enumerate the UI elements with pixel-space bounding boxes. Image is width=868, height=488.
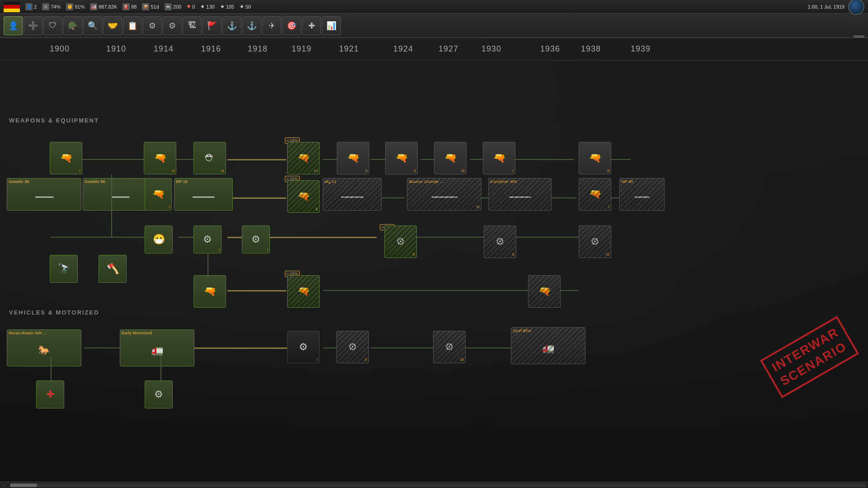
tech-node-mp18-small[interactable]: 🔫 I xyxy=(145,178,172,211)
toolbar-handshake-btn[interactable]: 🤝 xyxy=(103,16,122,35)
year-1919: 1919 xyxy=(292,44,311,54)
tech-node-horse-drawn[interactable]: Horse-drawn Veh ... 🐎 xyxy=(7,329,81,366)
tech-node-early-motorized[interactable]: Early Motorized 🚛 xyxy=(120,329,194,366)
fuel-stat: ⛽ 88 xyxy=(123,3,137,10)
toolbar-logistics-btn[interactable]: 📋 xyxy=(123,16,142,35)
tech-node-gewehr88[interactable]: Gewehr 88 ━━━━━ xyxy=(7,178,81,211)
year-1914: 1914 xyxy=(154,44,174,54)
toolbar-target-btn[interactable]: 🎯 xyxy=(282,16,301,35)
toolbar: 👤 ➕ 🛡 🪖 🔍 🤝 📋 ⚙ ⚙ 🏗 🚩 ⚓ ⚓ ✈ 🎯 ✚ 📊 xyxy=(0,14,868,38)
globe-icon[interactable] xyxy=(848,0,864,15)
convoys-stat: 🚢 200 xyxy=(165,3,181,10)
tech-node-infantry-9[interactable]: 🔫 II xyxy=(579,142,611,174)
year-1930: 1930 xyxy=(481,44,501,54)
toolbar-units-btn[interactable]: 👤 xyxy=(4,16,23,35)
tech-node-vehicle-1[interactable]: ⚙ I xyxy=(287,331,320,363)
tech-node-mg-research[interactable]: 🔫 xyxy=(287,275,320,308)
line-r4-2 xyxy=(323,290,531,291)
tech-node-binoculars[interactable]: 🔭 xyxy=(50,255,78,283)
tech-node-mp18[interactable]: MP 18 ━━━━━━ xyxy=(174,178,233,211)
tech-node-opel-blitz[interactable]: Opel Blitz 🚛 xyxy=(511,327,585,364)
ships-stat: ★ 105 xyxy=(220,4,234,9)
tech-node-r2-research[interactable]: 🔫 II xyxy=(287,180,320,213)
tech-node-support-1[interactable]: ⚙ I xyxy=(193,225,222,253)
weapons-section-label: WEAPONS & EQUIPMENT xyxy=(9,117,99,124)
tech-node-pre-mp40[interactable]: 🔫 I xyxy=(579,178,611,211)
country-flag[interactable] xyxy=(4,1,20,12)
toolbar-add-btn[interactable]: ➕ xyxy=(24,16,42,35)
tech-node-helmet[interactable]: ⛑ III xyxy=(193,142,226,174)
war-support-stat: ✊ 91% xyxy=(66,3,85,10)
toolbar-cross-btn[interactable]: ✚ xyxy=(302,16,321,35)
tech-node-support-gray-1[interactable]: ⚙ II xyxy=(484,225,516,258)
tech-node-mg13[interactable]: Mg 13 ━━━━━━ xyxy=(323,178,382,211)
tech-node-mg-gray[interactable]: 🔫 xyxy=(528,275,561,308)
tech-node-mp40[interactable]: MP-40 ━━━━ xyxy=(619,178,665,211)
year-1921: 1921 xyxy=(339,44,359,54)
year-1900: 1900 xyxy=(50,44,70,54)
tech-tree-content: 1900 1910 1914 1916 1918 1919 1921 1924 … xyxy=(0,38,868,488)
line-v-r3 xyxy=(111,174,112,238)
toolbar-ship-btn[interactable]: ⚓ xyxy=(222,16,241,35)
planes-stat: ★ 50 xyxy=(240,4,251,9)
tech-node-mauser[interactable]: Mauser Standar ... ━━━━━━━ III xyxy=(407,178,481,211)
stability-stat: ⚖ 74% xyxy=(42,3,61,10)
line-r1-gold xyxy=(227,159,286,160)
tech-node-mg-early[interactable]: 🔫 xyxy=(193,275,226,308)
toolbar-support-btn[interactable]: ⚙ xyxy=(143,16,162,35)
year-1927: 1927 xyxy=(439,44,458,54)
tech-node-support-gray-2[interactable]: ⚙ III xyxy=(579,225,611,258)
tech-node-medic[interactable]: ✚ xyxy=(36,380,64,408)
tech-node-infantry-7[interactable]: 🔫 III xyxy=(434,142,467,174)
line-r4-gold xyxy=(227,290,286,291)
war-support-icon: ✊ xyxy=(66,3,73,10)
toolbar-gear-btn[interactable]: ⚙ xyxy=(163,16,182,35)
year-1924: 1924 xyxy=(393,44,413,54)
manpower-icon: 👤 xyxy=(25,3,33,10)
toolbar-tank-btn[interactable]: 🛡 xyxy=(43,16,62,35)
toolbar-infantry-btn[interactable]: 🪖 xyxy=(63,16,82,35)
tech-node-infantry-5[interactable]: 🔫 II xyxy=(337,142,369,174)
tech-node-stick[interactable]: 🪓 xyxy=(99,255,127,283)
line-h-binoculars xyxy=(51,237,112,238)
tech-node-infantry-6[interactable]: 🔫 II xyxy=(385,142,418,174)
equipment-stat: 📦 51d xyxy=(142,3,159,10)
tech-node-vehicle-2[interactable]: ⚙ II xyxy=(336,331,369,363)
interwar-stamp: INTERWAR SCENARIO xyxy=(748,296,868,418)
tech-node-support-2[interactable]: ⚙ I xyxy=(242,225,270,253)
toolbar-chart-btn[interactable]: 📊 xyxy=(322,16,341,35)
year-1910: 1910 xyxy=(106,44,126,54)
tech-node-infantry-4[interactable]: 🔫 IV xyxy=(287,142,320,174)
toolbar-plane-btn[interactable]: ✈ xyxy=(262,16,281,35)
line-r2-gold xyxy=(227,197,286,199)
bottom-scrollbar[interactable]: ↔ xyxy=(0,482,868,488)
vehicles-section-label: VEHICLES & MOTORIZED xyxy=(9,309,99,316)
tech-node-vehicle-support[interactable]: ⚙ xyxy=(145,380,173,408)
divisions-stat: ★ 130 xyxy=(200,4,214,9)
line-vehicle-gold xyxy=(194,347,287,349)
timeline-header: 1900 1910 1914 1916 1918 1919 1921 1924 … xyxy=(0,38,868,61)
manpower-stat: 👤 2 xyxy=(25,3,37,10)
toolbar-build-btn[interactable]: 🏗 xyxy=(183,16,202,35)
convoys-icon: 🚢 xyxy=(165,3,172,10)
tech-node-support-research[interactable]: ⚙ II xyxy=(384,225,417,258)
time-display: 1:00, 1 Jul, 1919 xyxy=(808,0,864,15)
equipment-icon: 📦 xyxy=(142,3,149,10)
tech-node-infantry-8[interactable]: 🔫 I xyxy=(483,142,515,174)
toolbar-recon-btn[interactable]: 🔍 xyxy=(83,16,102,35)
tech-node-gas-mask[interactable]: 😷 xyxy=(145,225,173,253)
year-1939: 1939 xyxy=(631,44,651,54)
toolbar-flag-btn[interactable]: 🚩 xyxy=(203,16,222,35)
scrollbar-thumb[interactable] xyxy=(10,483,37,487)
industry-icon: 🏭 xyxy=(90,3,97,10)
tech-node-infantry-early[interactable]: 🔫 I xyxy=(50,142,82,174)
tech-node-karabiner[interactable]: Karabiner 98k ━━━━━━ xyxy=(488,178,552,211)
year-1918: 1918 xyxy=(248,44,268,54)
toolbar-anchor-btn[interactable]: ⚓ xyxy=(242,16,261,35)
tech-node-vehicle-3[interactable]: ⚙ III xyxy=(433,331,466,363)
tech-node-infantry-2[interactable]: 🔫 II xyxy=(144,142,176,174)
casualties-stat: ✚ 0 xyxy=(187,4,195,9)
fuel-icon: ⛽ xyxy=(123,3,130,10)
year-1916: 1916 xyxy=(201,44,221,54)
scrollbar-track[interactable] xyxy=(10,483,866,487)
